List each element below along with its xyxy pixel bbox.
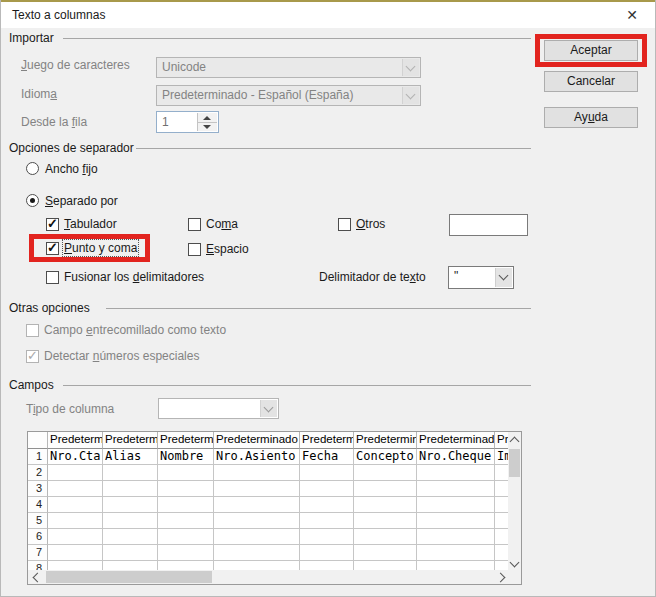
tab-label[interactable]: Tabulador [64,217,117,231]
tab-checkbox[interactable] [46,218,59,231]
scroll-down-icon[interactable] [508,556,521,569]
preview-cell [495,497,508,513]
chevron-down-icon[interactable] [402,59,419,76]
preview-column-header[interactable]: Predeterminado [103,432,158,449]
preview-cell [103,465,158,481]
language-label: Idioma [21,87,57,101]
preview-cell [214,465,300,481]
preview-row-number: 7 [28,545,48,561]
preview-cell [495,561,508,570]
preview-cell [103,481,158,497]
preview-cell [158,529,214,545]
preview-cell [48,513,103,529]
preview-cell [48,529,103,545]
horizontal-scrollbar[interactable] [28,570,521,584]
preview-cell [300,513,354,529]
text-delimiter-value: " [454,269,495,283]
quoted-field-checkbox [26,324,39,337]
title-bar[interactable]: Texto a columnas ✕ [1,2,656,28]
preview-cell [354,481,417,497]
cancel-button[interactable]: Cancelar [544,71,638,92]
preview-column-header[interactable]: Predeterminado [300,432,354,449]
fixed-width-label[interactable]: Ancho fijo [45,162,98,176]
text-delimiter-combobox[interactable]: " [448,266,514,289]
other-separator-input[interactable] [449,214,528,236]
preview-cell [417,561,495,570]
help-button[interactable]: Ayuda [544,107,638,128]
language-value: Predeterminado - Español (España) [162,88,402,102]
scroll-right-icon[interactable] [494,570,507,583]
preview-column-header[interactable]: Predeterminado [214,432,300,449]
preview-cell [158,513,214,529]
group-line-campos [63,385,531,386]
chevron-down-icon [260,400,277,417]
preview-grid: PredeterminadoPredeterminadoPredetermina… [28,432,508,570]
other-label[interactable]: Otros [356,217,385,231]
preview-cell [48,545,103,561]
comma-checkbox[interactable] [188,218,201,231]
preview-cell [495,481,508,497]
preview-row: 5 [28,513,508,529]
chevron-down-icon[interactable] [495,268,512,287]
preview-row-number: 3 [28,481,48,497]
spin-down-icon[interactable] [198,122,217,131]
group-line-otras-opciones [106,308,531,309]
preview-cell: Importe [495,449,508,465]
fixed-width-radio[interactable] [26,162,39,175]
comma-label[interactable]: Coma [206,217,238,231]
semicolon-checkbox[interactable] [46,242,59,255]
preview-column-header[interactable]: Predeterminado [495,432,508,449]
text-to-columns-dialog: Texto a columnas ✕ Importar Juego de car… [0,0,656,597]
preview-cell [417,481,495,497]
preview-cell [158,481,214,497]
merge-delimiters-label[interactable]: Fusionar los delimitadores [64,270,204,284]
space-label[interactable]: Espacio [206,242,249,256]
scroll-up-icon[interactable] [508,433,521,446]
preview-column-header[interactable]: Predeterminado [354,432,417,449]
preview-cell: Nombre [158,449,214,465]
preview-column-header[interactable]: Predeterminado [158,432,214,449]
preview-cell: Concepto [354,449,417,465]
preview-cell [214,529,300,545]
preview-row: 1Nro.CtaAliasNombreNro.AsientoFechaConce… [28,449,508,465]
preview-table: PredeterminadoPredeterminadoPredetermina… [27,431,522,585]
charset-combobox[interactable]: Unicode [156,57,421,78]
preview-cell [103,497,158,513]
horizontal-scrollbar-thumb[interactable] [46,571,212,583]
preview-cell: Fecha [300,449,354,465]
preview-cell [354,529,417,545]
preview-cell [300,561,354,570]
preview-cell [103,529,158,545]
preview-cell [158,561,214,570]
from-row-spinner[interactable]: 1 [156,111,219,133]
space-checkbox[interactable] [188,243,201,256]
vertical-scrollbar-thumb[interactable] [509,449,520,477]
preview-column-header[interactable]: Predeterminado [48,432,103,449]
preview-row-number: 2 [28,465,48,481]
semicolon-label[interactable]: Punto y coma [64,241,137,255]
chevron-down-icon[interactable] [402,87,419,104]
preview-row-number: 6 [28,529,48,545]
preview-cell [417,545,495,561]
preview-row: 3 [28,481,508,497]
preview-cell [300,481,354,497]
preview-cell: Nro.Cheque [417,449,495,465]
language-combobox[interactable]: Predeterminado - Español (España) [156,85,421,106]
preview-cell [214,481,300,497]
vertical-scrollbar[interactable] [508,432,521,570]
scroll-left-icon[interactable] [29,570,42,583]
preview-column-header[interactable]: Predeterminado [417,432,495,449]
preview-cell [214,497,300,513]
separated-by-label[interactable]: Separado por [45,194,118,208]
preview-cell [417,529,495,545]
merge-delimiters-checkbox[interactable] [46,271,59,284]
preview-cell [48,497,103,513]
separated-by-radio[interactable] [26,194,39,207]
accept-button[interactable]: Aceptar [544,40,638,61]
other-checkbox[interactable] [338,218,351,231]
column-type-combobox [158,398,279,419]
close-icon[interactable]: ✕ [619,5,645,26]
charset-label: Juego de caracteres [21,58,130,72]
preview-cell [354,497,417,513]
preview-cell: Alias [103,449,158,465]
